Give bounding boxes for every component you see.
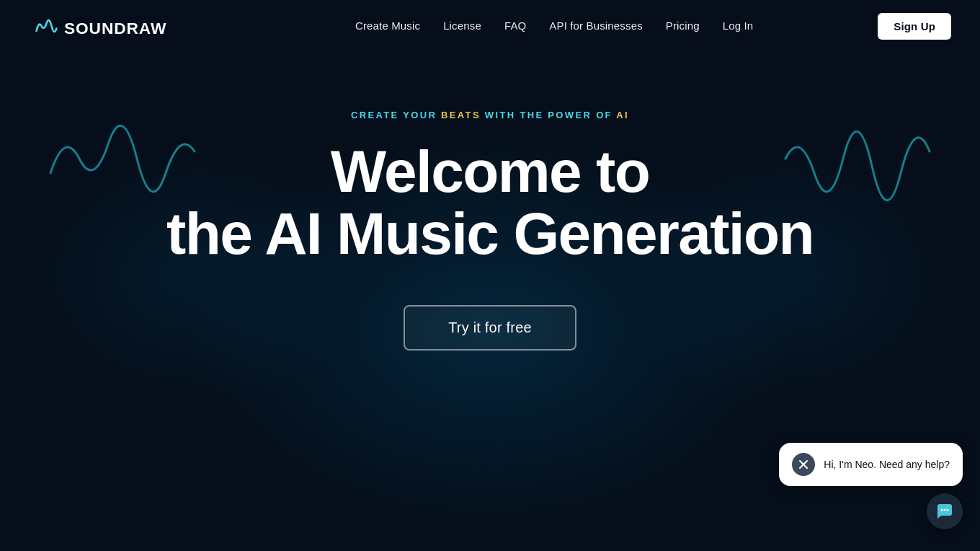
nav-create-music[interactable]: Create Music [355, 19, 420, 32]
nav-links: Create Music License FAQ API for Busines… [355, 19, 753, 32]
navbar: SOUNDRAW Create Music License FAQ API fo… [0, 0, 980, 52]
svg-point-2 [944, 509, 946, 511]
nav-login[interactable]: Log In [723, 19, 754, 32]
chat-widget: Hi, I'm Neo. Need any help? [779, 443, 963, 529]
sign-up-button[interactable]: Sign Up [878, 13, 951, 40]
svg-text:SOUNDRAW: SOUNDRAW [64, 19, 166, 38]
nav-pricing[interactable]: Pricing [666, 19, 700, 32]
chat-greeting-text: Hi, I'm Neo. Need any help? [824, 459, 950, 470]
chat-bubble: Hi, I'm Neo. Need any help? [779, 443, 963, 486]
svg-point-3 [947, 509, 949, 511]
hero-section: CREATE YOUR BEATS WITH THE POWER OF AI W… [0, 52, 980, 351]
try-it-button[interactable]: Try it for free [404, 305, 576, 351]
hero-title-line1: Welcome to [331, 141, 649, 203]
chat-icon [935, 502, 954, 521]
nav-api[interactable]: API for Businesses [549, 19, 642, 32]
chat-close-button[interactable] [792, 453, 815, 476]
chat-open-button[interactable] [927, 493, 963, 529]
nav-faq[interactable]: FAQ [504, 19, 526, 32]
nav-license[interactable]: License [443, 19, 481, 32]
logo[interactable]: SOUNDRAW [29, 11, 231, 41]
hero-title-line2: the AI Music Generation [166, 203, 814, 265]
hero-tagline: CREATE YOUR BEATS WITH THE POWER OF AI [351, 110, 629, 120]
svg-point-1 [941, 509, 943, 511]
